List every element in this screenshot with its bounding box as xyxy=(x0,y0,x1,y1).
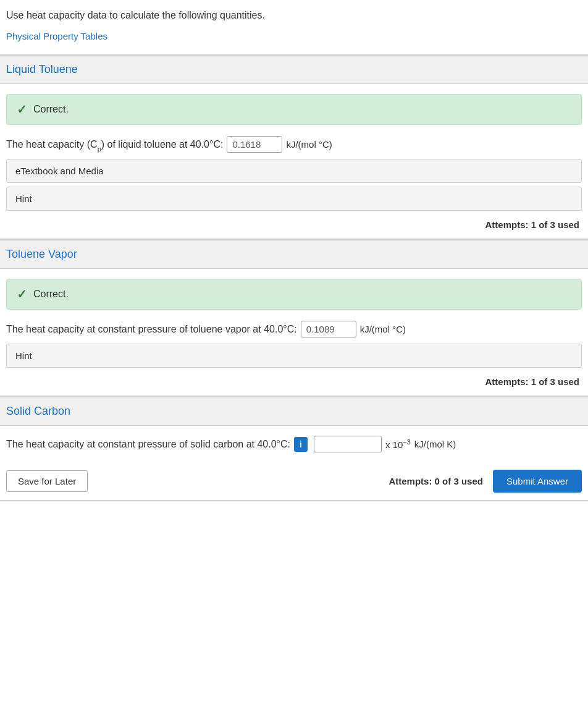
solid-carbon-bottom-bar: Save for Later Attempts: 0 of 3 used Sub… xyxy=(0,462,588,500)
intro-section: Use heat capacity data to calculate the … xyxy=(0,0,588,54)
intro-text: Use heat capacity data to calculate the … xyxy=(6,10,582,21)
liquid-toluene-attempts: Attempts: 1 of 3 used xyxy=(6,214,582,232)
liquid-toluene-correct-banner: ✓ Correct. xyxy=(6,94,582,125)
toluene-vapor-header: Toluene Vapor xyxy=(0,240,588,269)
liquid-toluene-header: Liquid Toluene xyxy=(0,55,588,84)
subscript-p: p xyxy=(98,145,101,153)
solid-carbon-question-row: The heat capacity at constant pressure o… xyxy=(6,436,582,452)
liquid-toluene-question-row: The heat capacity (Cp) of liquid toluene… xyxy=(6,136,582,153)
submit-answer-button[interactable]: Submit Answer xyxy=(493,470,582,493)
toluene-vapor-section: Toluene Vapor ✓ Correct. The heat capaci… xyxy=(0,240,588,396)
toluene-vapor-correct-banner: ✓ Correct. xyxy=(6,279,582,310)
exponent-sup: −3 xyxy=(403,438,411,446)
toluene-vapor-body: ✓ Correct. The heat capacity at constant… xyxy=(0,269,588,396)
toluene-vapor-unit: kJ/(mol °C) xyxy=(360,324,406,334)
bottom-right: Attempts: 0 of 3 used Submit Answer xyxy=(388,470,582,493)
solid-carbon-attempts: Attempts: 0 of 3 used xyxy=(388,476,483,486)
check-icon: ✓ xyxy=(17,102,27,117)
save-later-button[interactable]: Save for Later xyxy=(6,470,88,492)
solid-carbon-unit-suffix: kJ/(mol K) xyxy=(414,439,456,449)
toluene-vapor-title: Toluene Vapor xyxy=(6,248,77,260)
toluene-vapor-check-icon: ✓ xyxy=(17,287,27,302)
solid-carbon-body: The heat capacity at constant pressure o… xyxy=(0,426,588,462)
toluene-vapor-question-row: The heat capacity at constant pressure o… xyxy=(6,321,582,337)
liquid-toluene-body: ✓ Correct. The heat capacity (Cp) of liq… xyxy=(0,84,588,239)
solid-carbon-unit-prefix: x 10−3 xyxy=(385,438,411,450)
toluene-vapor-answer-input[interactable] xyxy=(301,321,356,337)
physical-property-link[interactable]: Physical Property Tables xyxy=(6,31,107,41)
toluene-vapor-attempts: Attempts: 1 of 3 used xyxy=(6,371,582,389)
liquid-toluene-unit: kJ/(mol °C) xyxy=(286,139,332,150)
liquid-toluene-hint-btn[interactable]: Hint xyxy=(6,187,582,211)
liquid-toluene-answer-input[interactable] xyxy=(227,136,282,153)
solid-carbon-section: Solid Carbon The heat capacity at consta… xyxy=(0,397,588,501)
solid-carbon-answer-input[interactable] xyxy=(314,436,382,452)
liquid-toluene-title: Liquid Toluene xyxy=(6,63,78,75)
info-icon-btn[interactable]: i xyxy=(294,437,308,452)
solid-carbon-q-text: The heat capacity at constant pressure o… xyxy=(6,439,290,450)
solid-carbon-title: Solid Carbon xyxy=(6,405,70,417)
liquid-toluene-q-text-before: The heat capacity (Cp) of liquid toluene… xyxy=(6,139,223,151)
etextbook-media-btn[interactable]: eTextbook and Media xyxy=(6,159,582,183)
toluene-vapor-correct-text: Correct. xyxy=(33,289,69,300)
liquid-toluene-section: Liquid Toluene ✓ Correct. The heat capac… xyxy=(0,55,588,239)
liquid-toluene-correct-text: Correct. xyxy=(33,104,69,115)
toluene-vapor-hint-btn[interactable]: Hint xyxy=(6,344,582,368)
toluene-vapor-q-text: The heat capacity at constant pressure o… xyxy=(6,324,297,335)
solid-carbon-header: Solid Carbon xyxy=(0,397,588,426)
